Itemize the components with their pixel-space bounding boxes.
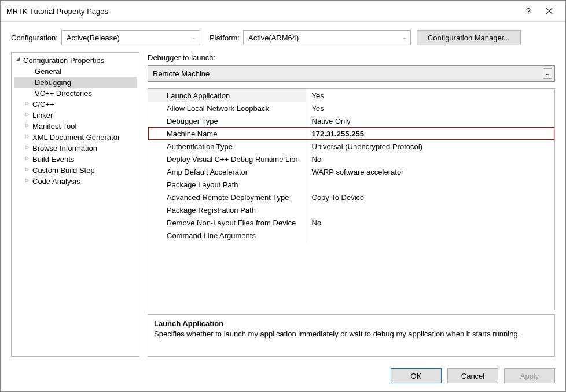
prop-value[interactable]: No [306, 153, 554, 165]
prop-row[interactable]: Package Registration Path [148, 204, 554, 216]
prop-value[interactable]: Yes [306, 102, 554, 114]
prop-value[interactable]: Universal (Unencrypted Protocol) [306, 140, 554, 153]
tree-item-code-analysis[interactable]: Code Analysis [14, 176, 137, 187]
configuration-label: Configuration: [11, 34, 58, 42]
configuration-manager-button[interactable]: Configuration Manager... [417, 30, 521, 45]
configuration-value: Active(Release) [67, 34, 120, 42]
prop-name: Remove Non-Layout Files from Device [148, 216, 306, 229]
prop-value[interactable]: Copy To Device [306, 191, 554, 204]
tree-item-debugging[interactable]: Debugging [14, 77, 137, 88]
tree-item-browse-information[interactable]: Browse Information [14, 143, 137, 154]
description-title: Launch Application [154, 319, 549, 328]
chevron-down-icon: ⌄ [402, 35, 407, 40]
prop-value[interactable]: Yes [306, 89, 554, 102]
debugger-launch-label: Debugger to launch: [148, 53, 555, 62]
prop-name: Amp Default Accelerator [148, 165, 306, 178]
configuration-combo[interactable]: Active(Release) ⌄ [61, 30, 200, 45]
prop-row[interactable]: Allow Local Network LoopbackYes [148, 102, 554, 114]
prop-value[interactable] [306, 178, 554, 191]
description-box: Launch Application Specifies whether to … [148, 314, 555, 357]
config-row: Configuration: Active(Release) ⌄ Platfor… [1, 22, 565, 52]
prop-name: Machine Name [148, 127, 306, 140]
tree-item-xml-document-generator[interactable]: XML Document Generator [14, 132, 137, 143]
property-grid[interactable]: Launch ApplicationYesAllow Local Network… [148, 88, 555, 310]
tree-item-general[interactable]: General [14, 66, 137, 77]
prop-name: Launch Application [148, 89, 306, 102]
chevron-down-icon: ⌄ [543, 68, 552, 79]
titlebar: MRTK Tutorial Property Pages ? [1, 1, 565, 22]
tree-item-build-events[interactable]: Build Events [14, 154, 137, 165]
cancel-button[interactable]: Cancel [447, 368, 498, 383]
prop-name: Allow Local Network Loopback [148, 102, 306, 114]
tree-item-vc-directories[interactable]: VC++ Directories [14, 88, 137, 99]
prop-value[interactable]: No [306, 216, 554, 229]
chevron-down-icon: ⌄ [192, 35, 196, 40]
config-tree[interactable]: Configuration Properties GeneralDebuggin… [11, 52, 139, 357]
platform-label: Platform: [210, 34, 240, 42]
prop-name: Command Line Arguments [148, 229, 306, 242]
dialog-footer: OK Cancel Apply [1, 363, 565, 391]
prop-row[interactable]: Machine Name172.31.255.255 [148, 127, 554, 140]
prop-row[interactable]: Launch ApplicationYes [148, 89, 554, 102]
prop-value[interactable]: 172.31.255.255 [306, 127, 554, 140]
prop-row[interactable]: Remove Non-Layout Files from DeviceNo [148, 216, 554, 229]
ok-button[interactable]: OK [391, 368, 442, 383]
prop-name: Package Layout Path [148, 178, 306, 191]
debugger-launch-value: Remote Machine [153, 69, 210, 78]
prop-row[interactable]: Authentication TypeUniversal (Unencrypte… [148, 140, 554, 153]
right-panel: Debugger to launch: Remote Machine ⌄ Lau… [148, 52, 555, 357]
close-icon [546, 8, 553, 14]
tree-item-c-c-[interactable]: C/C++ [14, 99, 137, 110]
platform-value: Active(ARM64) [248, 34, 299, 42]
prop-row[interactable]: Deploy Visual C++ Debug Runtime LibrNo [148, 153, 554, 165]
prop-row[interactable]: Advanced Remote Deployment TypeCopy To D… [148, 191, 554, 204]
prop-row[interactable]: Command Line Arguments [148, 229, 554, 242]
prop-name: Debugger Type [148, 114, 306, 127]
help-button[interactable]: ? [518, 4, 539, 18]
prop-row[interactable]: Package Layout Path [148, 178, 554, 191]
tree-item-custom-build-step[interactable]: Custom Build Step [14, 165, 137, 176]
main-content: Configuration Properties GeneralDebuggin… [1, 52, 565, 363]
description-text: Specifies whether to launch my applicati… [154, 329, 549, 339]
prop-name: Package Registration Path [148, 204, 306, 216]
debugger-launch-combo[interactable]: Remote Machine ⌄ [148, 65, 555, 82]
prop-row[interactable]: Amp Default AcceleratorWARP software acc… [148, 165, 554, 178]
prop-name: Authentication Type [148, 140, 306, 153]
prop-value[interactable]: Native Only [306, 114, 554, 127]
prop-name: Advanced Remote Deployment Type [148, 191, 306, 204]
platform-combo[interactable]: Active(ARM64) ⌄ [243, 30, 411, 45]
tree-item-manifest-tool[interactable]: Manifest Tool [14, 121, 137, 132]
prop-value[interactable] [306, 229, 554, 242]
window-title: MRTK Tutorial Property Pages [6, 7, 518, 16]
prop-name: Deploy Visual C++ Debug Runtime Libr [148, 153, 306, 165]
prop-value[interactable] [306, 204, 554, 216]
prop-value[interactable]: WARP software accelerator [306, 165, 554, 178]
prop-row[interactable]: Debugger TypeNative Only [148, 114, 554, 127]
close-button[interactable] [539, 4, 560, 18]
tree-item-linker[interactable]: Linker [14, 110, 137, 121]
tree-root[interactable]: Configuration Properties [14, 55, 137, 66]
apply-button[interactable]: Apply [504, 368, 555, 383]
